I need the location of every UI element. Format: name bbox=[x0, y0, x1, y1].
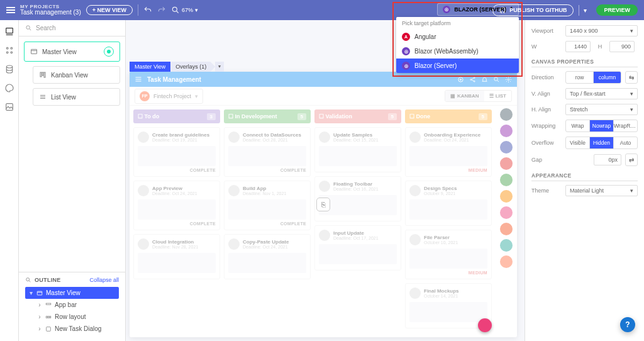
components-icon[interactable] bbox=[4, 45, 14, 55]
platform-option-angular[interactable]: A Angular bbox=[396, 30, 519, 44]
svg-point-6 bbox=[6, 52, 8, 53]
preview-button[interactable]: PREVIEW bbox=[596, 4, 638, 16]
column-header[interactable]: ☐ To do3 bbox=[133, 109, 220, 123]
share-icon[interactable] bbox=[469, 76, 476, 83]
direction-row[interactable]: row bbox=[566, 72, 593, 83]
overflow-auto[interactable]: Auto bbox=[613, 137, 637, 148]
direction-column[interactable]: column bbox=[593, 72, 621, 83]
theme-label: Theme bbox=[531, 187, 562, 194]
kanban-icon bbox=[39, 71, 47, 79]
views-icon[interactable] bbox=[4, 26, 14, 36]
chevron-right-icon: › bbox=[37, 313, 42, 320]
data-icon[interactable] bbox=[4, 64, 14, 74]
avatar[interactable] bbox=[500, 190, 513, 203]
collapse-all-link[interactable]: Collapse all bbox=[89, 277, 119, 283]
option-label: Angular bbox=[414, 33, 436, 40]
nowrap-btn[interactable]: Nowrap bbox=[589, 120, 613, 131]
kanban-card[interactable]: Cloud IntegrationDeadline: Nov 28, 2021 bbox=[133, 234, 220, 279]
canvas-tab-caret[interactable]: ▾ bbox=[215, 62, 224, 72]
view-toggle-kanban[interactable]: ▦KANBAN bbox=[445, 91, 484, 101]
avatar[interactable] bbox=[500, 223, 513, 235]
column-header[interactable]: ☐ In Development5 bbox=[224, 109, 311, 123]
undo-icon[interactable] bbox=[143, 6, 152, 14]
wrap-btn[interactable]: Wrap bbox=[566, 120, 589, 131]
svg-point-0 bbox=[172, 7, 177, 11]
tree-item-appbar[interactable]: › App bar bbox=[34, 299, 119, 311]
zoom-value: 67% bbox=[182, 7, 193, 13]
publish-caret[interactable]: ▾ bbox=[579, 5, 591, 16]
platform-option-blazor-server[interactable]: ◎ Blazor (Server) bbox=[396, 59, 519, 73]
kanban-card[interactable]: Copy-Paste UpdateDeadline: Oct 24, 2021 bbox=[224, 234, 311, 279]
height-input[interactable]: 900 bbox=[609, 41, 635, 52]
add-icon[interactable] bbox=[457, 76, 464, 83]
view-toggle-list[interactable]: ☰LIST bbox=[484, 91, 511, 101]
search-icon bbox=[25, 25, 32, 31]
redo-icon[interactable] bbox=[157, 6, 166, 14]
avatar[interactable] bbox=[500, 255, 513, 268]
breadcrumb[interactable]: MY PROJECTS Task management (3) bbox=[20, 4, 81, 16]
column-header[interactable]: ☐ Done5 bbox=[405, 109, 492, 123]
swap-axes-icon[interactable]: ⇆ bbox=[625, 71, 638, 84]
wrapping-toggle: Wrap Nowrap WrapRe… bbox=[565, 120, 638, 132]
avatar[interactable] bbox=[500, 141, 513, 154]
avatar[interactable] bbox=[500, 108, 513, 121]
platform-selector-button[interactable]: ◎ BLAZOR (SERVER) ˄ bbox=[437, 3, 519, 16]
width-input[interactable]: 1440 bbox=[565, 41, 591, 52]
canvas-tab-master[interactable]: Master View bbox=[130, 62, 170, 72]
zoom-control[interactable]: 67% ▾ bbox=[171, 6, 198, 14]
appbar-icon bbox=[45, 302, 52, 308]
menu-icon[interactable] bbox=[135, 75, 142, 83]
theme-select[interactable]: Material Light▾ bbox=[565, 185, 638, 196]
kanban-card[interactable]: App PreviewDeadline: Oct 24, 2021COMPLET… bbox=[133, 181, 220, 230]
view-card-list[interactable]: List View bbox=[33, 88, 120, 106]
assets-icon[interactable] bbox=[4, 102, 14, 112]
valign-select[interactable]: Top / flex-start▾ bbox=[565, 88, 638, 99]
kanban-card[interactable]: Connect to DataSourcesDeadline: Oct 28, … bbox=[224, 127, 311, 177]
theme-icon[interactable] bbox=[4, 83, 14, 93]
search-icon[interactable] bbox=[493, 76, 500, 83]
kanban-card[interactable]: Design SpecsOctober 9, 2021 bbox=[405, 181, 492, 226]
platform-option-blazor-wasm[interactable]: ◎ Blazor (WebAssembly) bbox=[396, 44, 519, 59]
viewport-select[interactable]: 1440 x 900▾ bbox=[565, 25, 638, 36]
search-icon[interactable] bbox=[25, 277, 31, 283]
gap-input[interactable]: 0px bbox=[594, 154, 621, 165]
overflow-hidden[interactable]: Hidden bbox=[589, 137, 613, 148]
kanban-card[interactable]: Update SamplesDeadline: Oct 15, 2021 bbox=[314, 127, 401, 172]
wraprev-btn[interactable]: WrapRe… bbox=[613, 120, 637, 131]
zoom-icon bbox=[171, 6, 180, 14]
fab-add[interactable] bbox=[478, 318, 492, 332]
canvas-tab-overlays[interactable]: Overlays (1) bbox=[170, 62, 215, 72]
tree-item-dialog[interactable]: › New Task Dialog bbox=[34, 323, 119, 335]
kanban-card[interactable]: Input UpdateDeadline: Oct 17, 2021 bbox=[314, 225, 401, 271]
overflow-visible[interactable]: Visible bbox=[566, 137, 589, 148]
avatar[interactable] bbox=[500, 206, 513, 219]
view-card-master[interactable]: Master View bbox=[24, 42, 120, 62]
views-list: Master View Kanban View List View bbox=[19, 36, 125, 111]
project-chip[interactable]: FP Fintech Project ▾ bbox=[135, 89, 203, 104]
kanban-card[interactable]: File ParserOctober 10, 2021MEDIUM bbox=[405, 230, 492, 279]
new-view-button[interactable]: + NEW VIEW bbox=[86, 5, 133, 15]
gear-icon[interactable] bbox=[505, 76, 512, 83]
avatar[interactable] bbox=[500, 174, 513, 186]
menu-icon[interactable] bbox=[6, 7, 15, 13]
bell-icon[interactable] bbox=[481, 76, 488, 83]
column-header[interactable]: ☐ Validation5 bbox=[314, 109, 401, 123]
avatar[interactable] bbox=[500, 239, 513, 252]
kanban-card[interactable]: Build AppDeadline: Nov 1, 2021COMPLETE bbox=[224, 181, 311, 230]
search-input[interactable]: Search bbox=[19, 20, 125, 36]
svg-rect-22 bbox=[37, 291, 42, 295]
canvas-handle-icon[interactable]: ⎘ bbox=[316, 198, 330, 211]
direction-label: Direction bbox=[531, 74, 562, 81]
kanban-card[interactable]: Create brand guidelinesDeadline: Oct 19,… bbox=[133, 127, 220, 177]
avatar[interactable] bbox=[500, 157, 513, 170]
tree-item-master[interactable]: ▾ Master View bbox=[25, 287, 119, 299]
help-fab[interactable]: ? bbox=[620, 317, 635, 332]
kanban-card[interactable]: Onboarding ExperienceDeadline: Oct 24, 2… bbox=[405, 127, 492, 177]
gap-link-icon[interactable]: ⇄ bbox=[625, 154, 638, 166]
chevron-down-icon: ▾ bbox=[195, 93, 198, 99]
avatar[interactable] bbox=[500, 125, 513, 137]
tree-item-row-layout[interactable]: › Row layout bbox=[34, 311, 119, 323]
height-label: H bbox=[594, 43, 606, 50]
halign-select[interactable]: Stretch▾ bbox=[565, 104, 638, 115]
view-card-kanban[interactable]: Kanban View bbox=[33, 66, 120, 84]
